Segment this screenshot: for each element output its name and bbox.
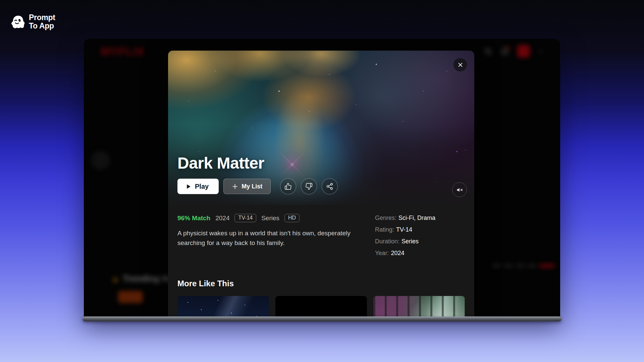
synopsis-text: A physicist wakes up in a world that isn… bbox=[177, 229, 367, 248]
thumbs-up-button[interactable] bbox=[280, 178, 296, 194]
prompt-to-app-logo: Prompt To App bbox=[10, 13, 55, 30]
muted-speaker-icon bbox=[457, 187, 463, 193]
quality-badge: HD bbox=[284, 214, 300, 222]
ghost-mascot-icon bbox=[10, 14, 25, 29]
brand-wordmark: Prompt To App bbox=[29, 13, 55, 30]
maturity-rating-badge: TV-14 bbox=[234, 214, 256, 222]
window-bottom-bar bbox=[83, 316, 561, 321]
similar-titles-grid bbox=[177, 296, 465, 318]
detail-year: Year:2024 bbox=[375, 250, 465, 257]
release-year: 2024 bbox=[215, 215, 229, 222]
thumbnail-stars bbox=[177, 296, 178, 297]
play-button[interactable]: Play bbox=[177, 179, 219, 194]
detail-rating: Rating:TV-14 bbox=[375, 226, 465, 233]
plus-icon bbox=[232, 183, 238, 190]
detail-genres: Genres:Sci-Fi, Drama bbox=[375, 215, 465, 222]
share-icon bbox=[326, 183, 333, 190]
share-button[interactable] bbox=[322, 178, 338, 194]
action-buttons-row: Play My List bbox=[177, 178, 338, 194]
thumbs-down-icon bbox=[305, 183, 313, 190]
similar-card-theater[interactable] bbox=[275, 296, 367, 318]
close-icon bbox=[458, 62, 463, 68]
more-like-this-heading: More Like This bbox=[177, 279, 465, 288]
title-detail-modal: Dark Matter Play My List bbox=[168, 51, 474, 318]
thumbs-up-icon bbox=[284, 183, 292, 190]
play-icon bbox=[185, 184, 191, 189]
app-window: MYFLIX Trending Now bbox=[84, 39, 560, 318]
movie-title: Dark Matter bbox=[177, 154, 338, 172]
match-score: 96% Match bbox=[177, 215, 210, 222]
thumbs-down-button[interactable] bbox=[301, 178, 317, 194]
hero-nebula-image: Dark Matter Play My List bbox=[168, 51, 474, 205]
details-panel: Genres:Sci-Fi, Drama Rating:TV-14 Durati… bbox=[375, 214, 465, 261]
close-modal-button[interactable] bbox=[453, 58, 467, 71]
detail-duration: Duration:Series bbox=[375, 238, 465, 245]
similar-card-night-sky[interactable] bbox=[177, 296, 269, 318]
mute-button[interactable] bbox=[452, 182, 467, 197]
similar-card-forest[interactable] bbox=[373, 296, 465, 318]
content-type: Series bbox=[261, 215, 279, 222]
my-list-button[interactable]: My List bbox=[223, 179, 271, 194]
metadata-row: 96% Match 2024 TV-14 Series HD bbox=[177, 214, 375, 222]
